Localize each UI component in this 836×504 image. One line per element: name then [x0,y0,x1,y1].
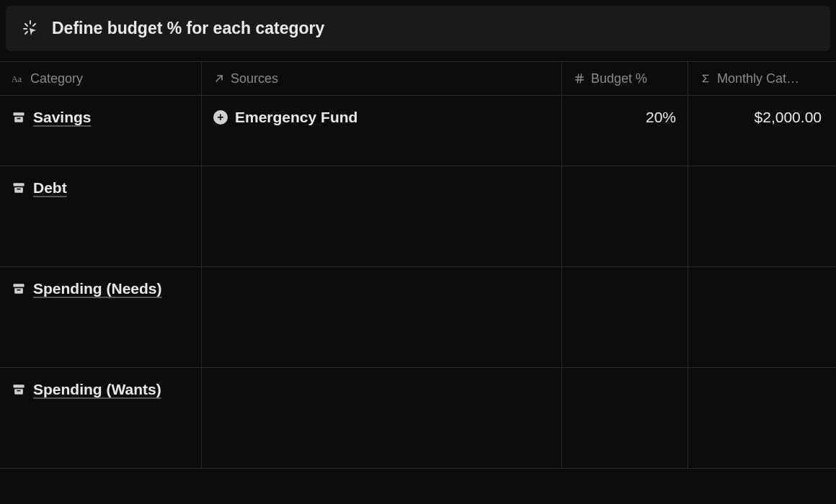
monthly-value: $2,000.00 [700,109,824,126]
archive-box-icon [12,382,26,397]
sources-cell[interactable] [202,368,562,468]
formula-sigma-icon [700,73,711,84]
svg-rect-20 [14,384,25,387]
category-cell[interactable]: Debt [0,166,202,266]
column-label: Monthly Cat… [717,71,799,86]
svg-rect-18 [14,288,23,294]
svg-rect-14 [14,183,25,186]
svg-line-2 [25,24,27,26]
svg-line-4 [33,24,35,26]
archive-box-icon [12,282,26,296]
category-cell[interactable]: Savings [0,96,202,166]
monthly-cell[interactable] [688,368,836,468]
svg-line-3 [25,32,27,34]
column-label: Category [30,71,83,86]
table-row[interactable]: Debt [0,166,836,267]
cursor-click-icon [22,20,39,37]
svg-rect-16 [17,189,21,190]
sources-cell[interactable] [202,166,562,266]
budget-cell[interactable] [562,368,688,468]
svg-line-10 [580,74,581,83]
budget-cell[interactable] [562,267,688,367]
budget-value: 20% [574,109,676,126]
category-name: Spending (Needs) [33,280,162,297]
table-row[interactable]: Spending (Wants) [0,368,836,469]
budget-cell[interactable] [562,166,688,266]
svg-rect-21 [14,389,23,395]
monthly-cell[interactable] [688,267,836,367]
relation-arrow-icon [213,73,225,84]
svg-text:Aa: Aa [12,74,22,84]
number-property-icon [574,73,585,84]
sources-cell[interactable]: + Emergency Fund [202,96,562,166]
category-cell[interactable]: Spending (Wants) [0,368,202,468]
monthly-cell[interactable] [688,166,836,266]
svg-rect-22 [17,390,21,392]
table-row[interactable]: Savings + Emergency Fund 20% $2,000.00 [0,96,836,166]
svg-rect-13 [17,118,21,120]
svg-rect-15 [14,187,23,193]
table-header-row: Aa Category Sources [0,61,836,96]
column-header-category[interactable]: Aa Category [0,62,202,95]
svg-rect-11 [14,112,25,115]
svg-rect-17 [14,284,25,287]
source-name: Emergency Fund [235,109,357,126]
category-name: Debt [33,179,67,197]
category-name: Spending (Wants) [33,381,161,398]
source-chip[interactable]: + Emergency Fund [213,109,357,126]
svg-rect-12 [14,117,23,122]
plus-circle-icon: + [213,110,228,125]
monthly-cell[interactable]: $2,000.00 [688,96,836,166]
category-cell[interactable]: Spending (Needs) [0,267,202,367]
table-row[interactable]: Spending (Needs) [0,267,836,368]
callout-title: Define budget % for each category [52,19,324,38]
budget-table: Aa Category Sources [0,61,836,469]
callout-block: Define budget % for each category [6,6,830,51]
archive-box-icon [12,110,26,125]
category-name: Savings [33,109,92,126]
column-label: Sources [231,71,278,86]
column-header-monthly[interactable]: Monthly Cat… [688,62,836,95]
svg-line-9 [577,74,578,83]
budget-cell[interactable]: 20% [562,96,688,166]
archive-box-icon [12,181,26,195]
svg-rect-19 [17,289,21,291]
column-header-budget[interactable]: Budget % [562,62,688,95]
sources-cell[interactable] [202,267,562,367]
text-property-icon: Aa [12,72,25,85]
column-label: Budget % [591,71,647,86]
column-header-sources[interactable]: Sources [202,62,562,95]
svg-line-6 [216,76,222,81]
